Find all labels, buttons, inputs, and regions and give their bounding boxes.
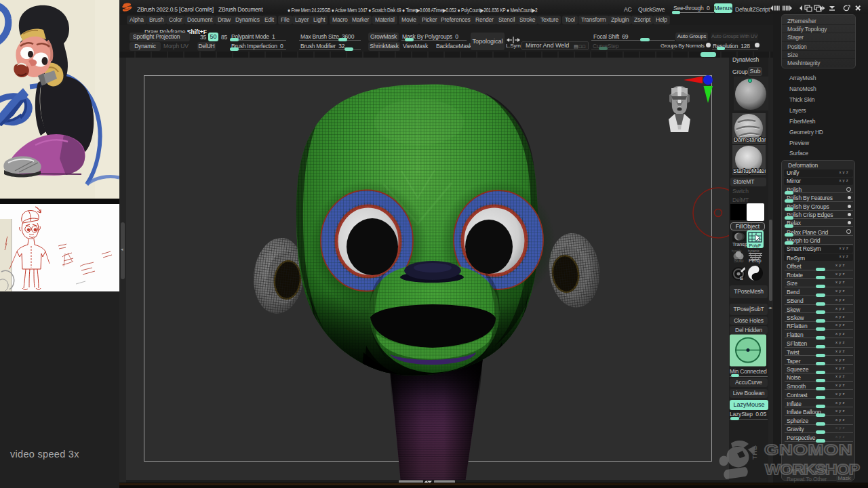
svg-text:PolyF: PolyF	[749, 243, 762, 249]
svg-text:GNOMON: GNOMON	[764, 441, 852, 458]
svg-text:StartupMateria: StartupMateria	[733, 167, 766, 174]
svg-text:S: S	[740, 276, 743, 281]
svg-text:THE: THE	[751, 446, 758, 460]
svg-text:DamStandard: DamStandard	[734, 136, 766, 143]
svg-text:WORKSHOP: WORKSHOP	[765, 461, 860, 478]
svg-text:hynamic: hynamic	[748, 249, 760, 253]
